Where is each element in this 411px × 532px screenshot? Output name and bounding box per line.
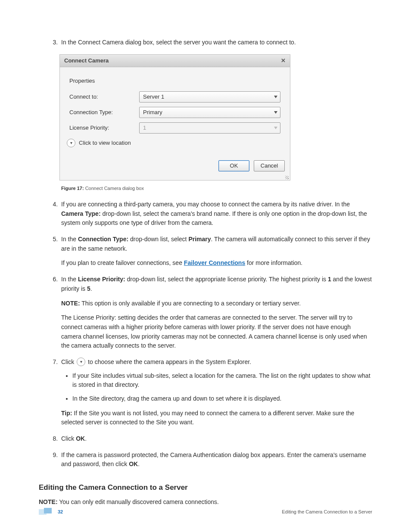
step-6-note-text: This option is only available if you are… [80,300,301,307]
step-5-note-a: If you plan to create failover connectio… [61,259,184,266]
step-6-text-a: In the [61,276,78,283]
step-8: Click OK. [59,434,372,444]
step-7-tip-text: If the Site you want is not listed, you … [61,410,354,426]
connection-type-value: Primary [143,109,162,115]
expand-chevron-icon: ▾ [77,358,85,366]
step-5-note: If you plan to create failover connectio… [61,258,372,268]
step-4-text-b: drop-down list, select the camera's bran… [61,210,367,227]
dialog-body: Properties Connect to: Server 1 [60,67,290,158]
step-7-text-a: Click [61,358,76,365]
step-4-bold: Camera Type: [61,210,101,217]
step-5-text-b: drop-down list, select [128,236,188,243]
step-5-note-b: for more information. [245,259,302,266]
step-7-tip: Tip: If the Site you want is not listed,… [61,409,372,427]
figure-caption: Figure 17: Connect Camera dialog box [61,185,372,192]
step-4: If you are connecting a third-party came… [59,200,372,228]
step-6: In the License Priority: drop-down list,… [59,275,372,351]
close-icon[interactable]: ✕ [281,55,286,67]
connection-type-select[interactable]: Primary [139,107,280,118]
page-number-block: 32 [39,508,63,516]
page-logo-icon [39,508,53,516]
resize-grip-icon[interactable] [60,177,290,180]
step-6-bold-2: 1 [328,276,331,283]
figure-caption-text: Connect Camera dialog box [84,186,144,191]
step-5: In the Connection Type: drop-down list, … [59,235,372,268]
step-6-bold-3: 5 [87,285,90,292]
expand-chevron-icon: ▾ [67,139,75,147]
step-6-note-label: NOTE: [61,300,80,307]
step-6-para: The License Priority: setting decides th… [61,313,372,351]
dialog-titlebar: Connect Camera ✕ [60,55,290,67]
section-note-text: You can only edit manually discovered ca… [58,498,219,505]
step-7: Click ▾ to choose where the camera appea… [59,358,372,427]
step-8-text-a: Click [61,435,76,442]
step-3: In the Connect Camera dialog box, select… [59,38,372,192]
section-heading: Editing the Camera Connection to a Serve… [39,482,372,493]
step-9-text-a: If the camera is password protected, the… [61,451,366,468]
expand-location-row[interactable]: ▾ Click to view location [67,139,280,147]
chevron-down-icon [274,96,277,98]
step-9: If the camera is password protected, the… [59,451,372,469]
connect-to-label: Connect to: [69,93,139,101]
failover-connections-link[interactable]: Failover Connections [184,259,245,266]
page-footer: 32 Editing the Camera Connection to a Se… [39,508,372,516]
step-7-sublist: If your Site includes virtual sub-sites,… [72,371,372,404]
page-number: 32 [58,508,63,516]
section-note: NOTE: You can only edit manually discove… [39,498,372,507]
step-4-text-a: If you are connecting a third-party came… [61,201,350,208]
chevron-down-icon [274,127,277,129]
step-8-bold: OK [76,435,85,442]
step-6-text-d: . [90,285,92,292]
figure-caption-label: Figure 17: [61,186,84,191]
connect-to-select[interactable]: Server 1 [139,91,280,103]
dialog-title-text: Connect Camera [64,55,109,67]
row-connect-to: Connect to: Server 1 [69,91,280,103]
step-7-sub-1: If your Site includes virtual sub-sites,… [72,371,372,390]
step-7-text-b: to choose where the camera appears in th… [86,358,251,365]
row-license-priority: License Priority: 1 [69,122,280,134]
chevron-down-icon [274,111,277,114]
step-9-text-b: . [138,460,140,467]
dialog-figure: Connect Camera ✕ Properties Connect to: … [59,54,372,180]
cancel-button[interactable]: Cancel [254,160,285,171]
step-9-bold: OK [129,460,138,467]
step-7-tip-label: Tip: [61,410,72,417]
ok-button[interactable]: OK [218,160,249,171]
document-page: In the Connect Camera dialog box, select… [0,0,411,532]
license-priority-label: License Priority: [69,124,139,132]
step-8-text-b: . [85,435,87,442]
step-list: In the Connect Camera dialog box, select… [39,38,372,469]
step-3-text: In the Connect Camera dialog box, select… [61,39,296,46]
expand-location-label: Click to view location [79,139,131,147]
step-6-note: NOTE: This option is only available if y… [61,299,372,308]
connect-camera-dialog: Connect Camera ✕ Properties Connect to: … [59,54,290,180]
step-5-bold-2: Primary [188,236,211,243]
license-priority-value: 1 [143,124,146,131]
section-note-label: NOTE: [39,498,58,505]
footer-title: Editing the Camera Connection to a Serve… [282,508,372,516]
step-5-bold-1: Connection Type: [78,236,128,243]
dialog-button-row: OK Cancel [60,158,290,177]
step-6-text-b: drop-down list, select the appropriate l… [125,276,328,283]
connection-type-label: Connection Type: [69,108,139,117]
step-5-text-a: In the [61,236,78,243]
license-priority-select[interactable]: 1 [139,122,280,134]
step-6-bold-1: License Priority: [78,276,125,283]
row-connection-type: Connection Type: Primary [69,107,280,118]
connect-to-value: Server 1 [143,93,164,100]
properties-label: Properties [69,77,280,85]
step-7-sub-2: In the Site directory, drag the camera u… [72,394,372,404]
